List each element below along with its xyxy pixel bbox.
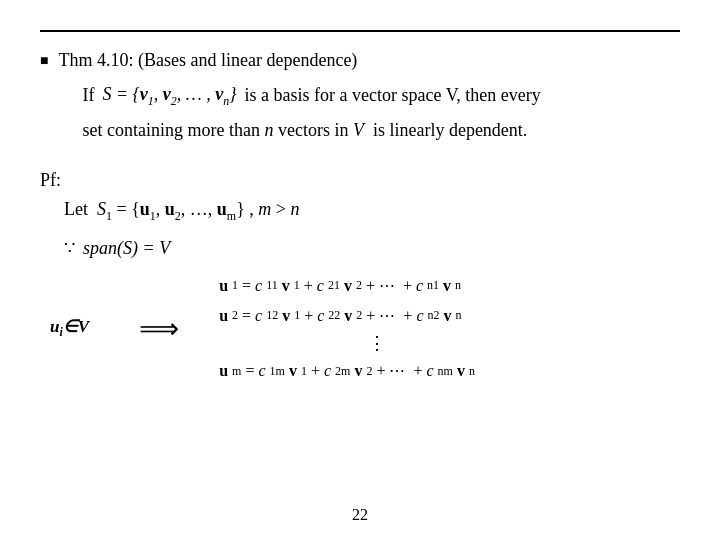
eq-row-m: um = c1mv1 + c2mv2 + ⋯ + cnmvn <box>219 358 475 384</box>
page-number: 22 <box>352 506 368 524</box>
let-line: Let S1 = {u1, u2, …, um} , m > n <box>64 199 680 224</box>
theorem-body: If S = {v1, v2, … , vn} is a basis for a… <box>82 79 540 146</box>
page: ■ Thm 4.10: (Bases and linear dependence… <box>0 0 720 540</box>
if-label: If <box>82 80 94 111</box>
set-line: set containing more than n vectors in V … <box>82 115 540 146</box>
theorem-title: Thm 4.10: (Bases and linear dependence) <box>58 50 357 70</box>
equations-block: ui∈V ⟹ u1 = c11v1 + c21v2 + ⋯ + cn1vn u2… <box>50 273 680 384</box>
if-rest: is a basis for a vector space V, then ev… <box>245 80 541 111</box>
top-divider <box>40 30 680 32</box>
ui-in-v-label: ui∈V <box>50 316 89 340</box>
vdots: ⋮ <box>279 332 475 354</box>
proof-section: Pf: Let S1 = {u1, u2, …, um} , m > n ∵ s… <box>40 170 680 384</box>
equations-list: u1 = c11v1 + c21v2 + ⋯ + cn1vn u2 = c12v… <box>219 273 475 384</box>
theorem-section: ■ Thm 4.10: (Bases and linear dependence… <box>40 50 680 152</box>
span-expr: span(S) = V <box>83 238 170 259</box>
eq-row-1: u1 = c11v1 + c21v2 + ⋯ + cn1vn <box>219 273 475 299</box>
proof-label: Pf: <box>40 170 680 191</box>
since-symbol: ∵ <box>64 237 75 259</box>
implies-arrow: ⟹ <box>139 312 179 345</box>
bullet-icon: ■ <box>40 53 48 69</box>
set-expr: S = {v1, v2, … , vn} <box>102 79 236 111</box>
theorem-row: ■ Thm 4.10: (Bases and linear dependence… <box>40 50 680 146</box>
eq-row-2: u2 = c12v1 + c22v2 + ⋯ + cn2vn <box>219 303 475 329</box>
span-line: ∵ span(S) = V <box>64 237 680 259</box>
if-line: If S = {v1, v2, … , vn} is a basis for a… <box>82 79 540 111</box>
